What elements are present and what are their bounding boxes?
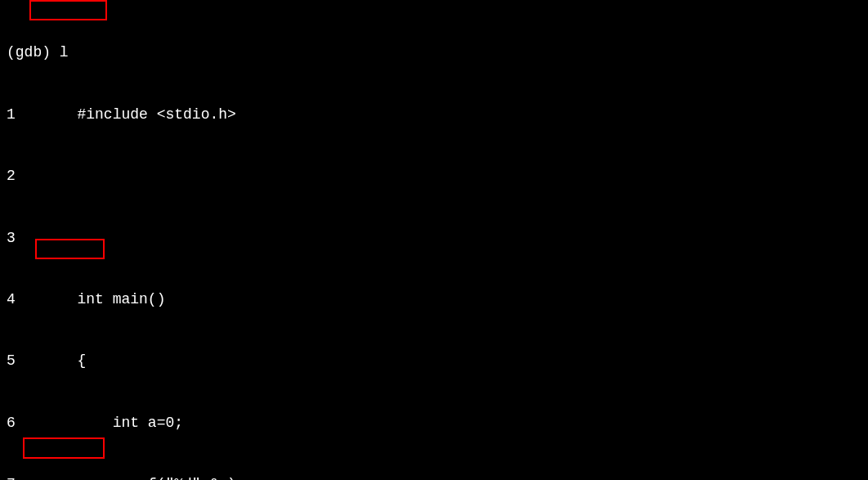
code-text: int main() <box>16 291 166 307</box>
line-number: 4 <box>7 291 16 307</box>
line-number: 6 <box>7 415 16 431</box>
line-number: 5 <box>7 352 16 369</box>
code-line: 7 scanf("%d",&a); <box>7 474 861 480</box>
code-text: scanf("%d",&a); <box>16 476 245 480</box>
line-number: 2 <box>7 168 16 184</box>
code-text: int a=0; <box>16 415 183 431</box>
line-number: 1 <box>7 106 16 123</box>
code-text: #include <stdio.h> <box>16 106 236 123</box>
line-number: 3 <box>7 230 16 246</box>
code-text: { <box>16 352 86 369</box>
code-line: 3 <box>7 228 861 249</box>
code-line: 2 <box>7 166 861 186</box>
gdb-prompt-line[interactable]: (gdb) l <box>7 43 861 63</box>
code-line: 5 { <box>7 351 861 371</box>
gdb-prompt-text: (gdb) l <box>7 44 69 61</box>
terminal-output: (gdb) l 1 #include <stdio.h> 2 3 4 int m… <box>7 2 861 480</box>
line-number: 7 <box>7 476 16 480</box>
code-line: 6 int a=0; <box>7 413 861 433</box>
code-line: 1 #include <stdio.h> <box>7 105 861 125</box>
code-line: 4 int main() <box>7 289 861 310</box>
